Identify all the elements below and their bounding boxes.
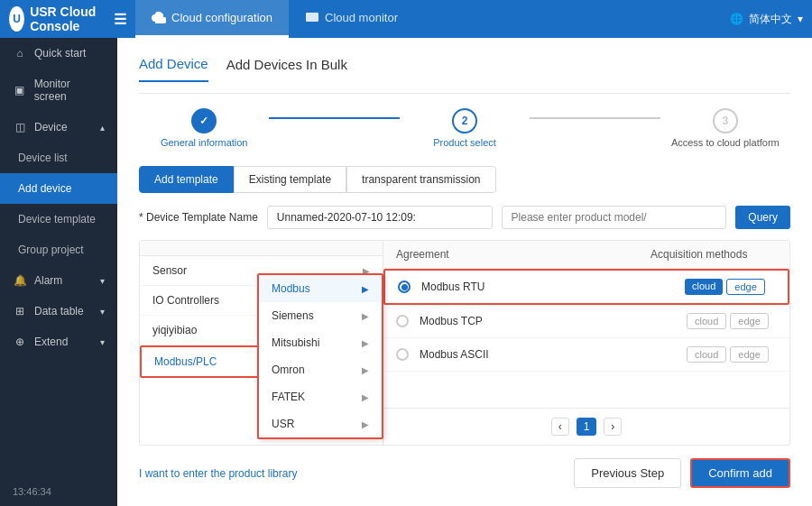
sidebar-label-device-list: Device list [18, 152, 68, 164]
sub-menu-label-omron: Omron [272, 363, 305, 376]
left-col-header-2 [262, 241, 383, 255]
table-spacer [383, 372, 789, 408]
sub-menu-item-siemens[interactable]: Siemens ▶ [259, 302, 382, 329]
page-header: Add Device Add Devices In Bulk [139, 56, 790, 94]
sidebar-item-device[interactable]: ◫ Device ▴ [0, 112, 117, 143]
sidebar-label-device: Device [34, 121, 68, 133]
page-tab-add-devices-bulk[interactable]: Add Devices In Bulk [226, 57, 347, 81]
sub-menu-label-siemens: Siemens [272, 309, 314, 322]
badge-pair-tcp: cloud edge [687, 313, 777, 329]
left-menu-header [140, 241, 383, 256]
next-page-btn[interactable]: › [604, 418, 622, 436]
tab-cloud-config-label: Cloud configuration [171, 11, 272, 24]
sidebar-item-data-table[interactable]: ⊞ Data table ▾ [0, 296, 117, 327]
sidebar-item-device-template[interactable]: Device template [0, 204, 117, 235]
query-button[interactable]: Query [735, 206, 790, 229]
prev-page-btn[interactable]: ‹ [551, 418, 569, 436]
row-label-modbus-rtu: Modbus RTU [421, 281, 685, 293]
top-nav-right: 🌐 简体中文 ▾ [730, 12, 803, 27]
product-library-link[interactable]: I want to enter the product library [139, 467, 297, 480]
template-tabs: Add template Existing template transpare… [139, 166, 790, 193]
tab-cloud-configuration[interactable]: Cloud configuration [135, 0, 289, 38]
left-col-header-1 [140, 241, 262, 255]
data-table-arrow: ▾ [100, 307, 105, 317]
col-header-acquisition: Acquisition methods [651, 248, 777, 261]
table-row-modbus-tcp[interactable]: Modbus TCP cloud edge [383, 305, 789, 338]
sidebar-item-monitor-screen[interactable]: ▣ Monitor screen [0, 69, 117, 112]
sidebar-label-extend: Extend [34, 336, 68, 348]
radio-modbus-tcp[interactable] [396, 315, 409, 327]
sidebar-item-device-list[interactable]: Device list [0, 143, 117, 173]
page-1-btn[interactable]: 1 [577, 418, 597, 436]
device-arrow: ▴ [100, 123, 105, 133]
sub-menu-item-mitsubishi[interactable]: Mitsubishi ▶ [259, 329, 382, 356]
lang-label[interactable]: 简体中文 [749, 12, 792, 27]
confirm-add-button[interactable]: Confirm add [690, 458, 790, 488]
table-row-modbus-rtu[interactable]: Modbus RTU cloud edge [383, 269, 789, 305]
right-table-header: Agreement Acquisition methods [383, 241, 789, 269]
sidebar-time: 13:46:34 [0, 477, 117, 506]
right-table: Agreement Acquisition methods Modbus RTU… [383, 241, 789, 445]
template-name-row: * Device Template Name Query [139, 206, 790, 229]
radio-modbus-ascii[interactable] [396, 348, 409, 361]
top-nav: U USR Cloud Console ☰ Cloud configuratio… [0, 0, 812, 38]
sidebar-label-add-device: Add device [18, 182, 71, 195]
sidebar-item-group-project[interactable]: Group project [0, 235, 117, 265]
sidebar-label-quick-start: Quick start [34, 47, 86, 60]
badge-cloud-ascii[interactable]: cloud [687, 346, 726, 363]
sub-menu-item-fatek[interactable]: FATEK ▶ [259, 383, 382, 410]
sidebar-label-group-project: Group project [18, 244, 84, 256]
siemens-arrow: ▶ [362, 311, 369, 321]
hamburger-icon[interactable]: ☰ [114, 11, 126, 28]
badge-edge-tcp[interactable]: edge [730, 313, 768, 329]
steps-indicator: ✓ General information 2 Product select 3… [139, 108, 790, 148]
bottom-bar: I want to enter the product library Prev… [139, 458, 790, 488]
modbus-sub-arrow: ▶ [362, 284, 369, 294]
step-product-select: 2 Product select [400, 108, 530, 148]
content-area: Add Device Add Devices In Bulk ✓ General… [117, 38, 812, 506]
sidebar-item-quick-start[interactable]: ⌂ Quick start [0, 38, 117, 69]
pagination: ‹ 1 › [383, 408, 789, 445]
badge-cloud-tcp[interactable]: cloud [687, 313, 726, 329]
svg-rect-0 [306, 13, 318, 22]
template-tab-transparent[interactable]: transparent transmission [346, 166, 495, 193]
table-row-modbus-ascii[interactable]: Modbus ASCII cloud edge [383, 338, 789, 372]
product-model-input[interactable] [502, 206, 727, 229]
step-circle-3: 3 [713, 108, 738, 133]
step-access-cloud: 3 Access to cloud platform [660, 108, 790, 148]
template-name-input[interactable] [267, 206, 493, 229]
monitor-icon [305, 11, 319, 25]
globe-icon: 🌐 [730, 13, 743, 25]
monitor-sidebar-icon: ▣ [13, 84, 27, 97]
usr-arrow: ▶ [362, 419, 369, 429]
sidebar-item-extend[interactable]: ⊕ Extend ▾ [0, 327, 117, 357]
tab-cloud-monitor[interactable]: Cloud monitor [289, 0, 414, 38]
sub-menu-item-usr[interactable]: USR ▶ [259, 410, 382, 437]
sub-menu-item-modbus[interactable]: Modbus ▶ [259, 275, 382, 302]
sub-menu-label-usr: USR [272, 418, 294, 430]
sidebar: ⌂ Quick start ▣ Monitor screen ◫ Device … [0, 38, 117, 506]
prev-step-button[interactable]: Previous Step [574, 458, 681, 488]
extend-arrow: ▾ [100, 337, 105, 347]
sidebar-label-monitor-screen: Monitor screen [34, 78, 105, 103]
cloud-icon [152, 11, 166, 25]
sidebar-label-device-template: Device template [18, 213, 96, 225]
sidebar-item-add-device[interactable]: Add device [0, 173, 117, 204]
badge-edge-ascii[interactable]: edge [730, 346, 768, 363]
page-tab-add-device[interactable]: Add Device [139, 56, 208, 82]
top-nav-tabs: Cloud configuration Cloud monitor [135, 0, 414, 38]
sidebar-item-alarm[interactable]: 🔔 Alarm ▾ [0, 265, 117, 296]
table-area: Sensor ▶ IO Controllers ▶ yiqiyibiao ▶ M… [139, 240, 790, 446]
sub-menu-item-omron[interactable]: Omron ▶ [259, 356, 382, 383]
radio-modbus-rtu[interactable] [398, 281, 411, 293]
badge-edge-rtu[interactable]: edge [726, 279, 764, 295]
home-icon: ⌂ [13, 47, 27, 60]
logo-text: USR Cloud Console [30, 5, 103, 33]
omron-arrow: ▶ [362, 365, 369, 375]
template-tab-add[interactable]: Add template [139, 166, 234, 193]
step-general-info: ✓ General information [139, 108, 269, 148]
badge-cloud-rtu[interactable]: cloud [685, 279, 723, 295]
mitsubishi-arrow: ▶ [362, 338, 369, 348]
template-tab-existing[interactable]: Existing template [234, 166, 346, 193]
step-label-2: Product select [433, 137, 496, 148]
